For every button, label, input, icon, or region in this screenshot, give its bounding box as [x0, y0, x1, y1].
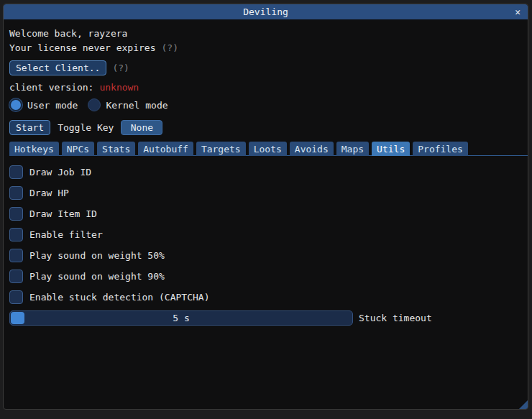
tab-targets[interactable]: Targets [196, 142, 246, 156]
window-content: Welcome back, rayzera Your license never… [4, 26, 528, 328]
utils-panel: Draw Job ID Draw HP Draw Item ID Enable … [9, 162, 528, 328]
slider-handle[interactable] [11, 312, 24, 324]
checkbox-row-draw-job-id[interactable]: Draw Job ID [9, 162, 528, 183]
tab-utils[interactable]: Utils [372, 142, 410, 156]
checkbox-row-draw-hp[interactable]: Draw HP [9, 183, 528, 203]
kernel-mode-radio[interactable] [88, 98, 101, 111]
checkbox-row-sound-weight-90[interactable]: Play sound on weight 90% [9, 266, 528, 287]
draw-hp-label: Draw HP [29, 188, 69, 198]
draw-hp-checkbox[interactable] [9, 186, 23, 200]
enable-filter-checkbox[interactable] [9, 228, 23, 241]
tab-maps[interactable]: Maps [336, 142, 369, 156]
draw-item-id-label: Draw Item ID [29, 208, 97, 219]
resize-grip[interactable] [519, 400, 528, 409]
sound-weight-50-label: Play sound on weight 50% [29, 250, 165, 261]
client-version-value: unknown [99, 82, 139, 93]
sound-weight-50-checkbox[interactable] [9, 249, 23, 262]
window-title: Deviling [243, 6, 288, 17]
checkbox-row-draw-item-id[interactable]: Draw Item ID [9, 203, 528, 224]
tab-loots[interactable]: Loots [249, 142, 287, 156]
enable-filter-label: Enable filter [29, 229, 103, 240]
draw-job-id-label: Draw Job ID [29, 167, 91, 178]
checkbox-row-stuck-detection[interactable]: Enable stuck detection (CAPTCHA) [9, 287, 528, 308]
kernel-mode-option[interactable]: Kernel mode [88, 98, 168, 111]
tab-npcs[interactable]: NPCs [62, 142, 94, 156]
tab-avoids[interactable]: Avoids [290, 142, 334, 156]
license-text: Your license never expires [9, 42, 156, 53]
toggle-key-button[interactable]: None [121, 120, 162, 135]
client-version-label: client version: [9, 82, 93, 93]
select-client-button[interactable]: Select Client.. [9, 60, 106, 75]
stuck-detection-checkbox[interactable] [9, 290, 23, 304]
stuck-timeout-slider[interactable]: 5 s [9, 310, 353, 326]
checkbox-row-enable-filter[interactable]: Enable filter [9, 224, 528, 245]
sound-weight-90-label: Play sound on weight 90% [29, 271, 165, 282]
draw-job-id-checkbox[interactable] [9, 165, 23, 179]
stuck-timeout-row: 5 s Stuck timeout [9, 308, 528, 328]
kernel-mode-label: Kernel mode [106, 100, 168, 111]
tab-profiles[interactable]: Profiles [413, 142, 468, 156]
toggle-key-label: Toggle Key [58, 122, 114, 133]
sound-weight-90-checkbox[interactable] [9, 270, 23, 283]
draw-item-id-checkbox[interactable] [9, 207, 23, 221]
app-window: Deviling ✕ Welcome back, rayzera Your li… [3, 4, 528, 410]
license-help-icon[interactable]: (?) [162, 42, 178, 53]
tab-hotkeys[interactable]: Hotkeys [9, 142, 59, 156]
close-icon[interactable]: ✕ [515, 4, 520, 19]
stuck-detection-label: Enable stuck detection (CAPTCHA) [29, 292, 209, 303]
start-button[interactable]: Start [9, 120, 50, 135]
stuck-timeout-label: Stuck timeout [359, 313, 432, 323]
welcome-text: Welcome back, rayzera [9, 28, 127, 39]
user-mode-option[interactable]: User mode [9, 98, 78, 111]
user-mode-label: User mode [27, 100, 78, 111]
select-client-help-icon[interactable]: (?) [112, 63, 129, 73]
tab-autobuff[interactable]: Autobuff [138, 142, 193, 156]
checkbox-row-sound-weight-50[interactable]: Play sound on weight 50% [9, 245, 528, 266]
title-bar[interactable]: Deviling ✕ [4, 4, 528, 19]
slider-value: 5 s [173, 313, 189, 323]
tab-bar: Hotkeys NPCs Stats Autobuff Targets Loot… [9, 142, 528, 156]
tab-stats[interactable]: Stats [97, 142, 135, 156]
user-mode-radio[interactable] [9, 98, 22, 111]
